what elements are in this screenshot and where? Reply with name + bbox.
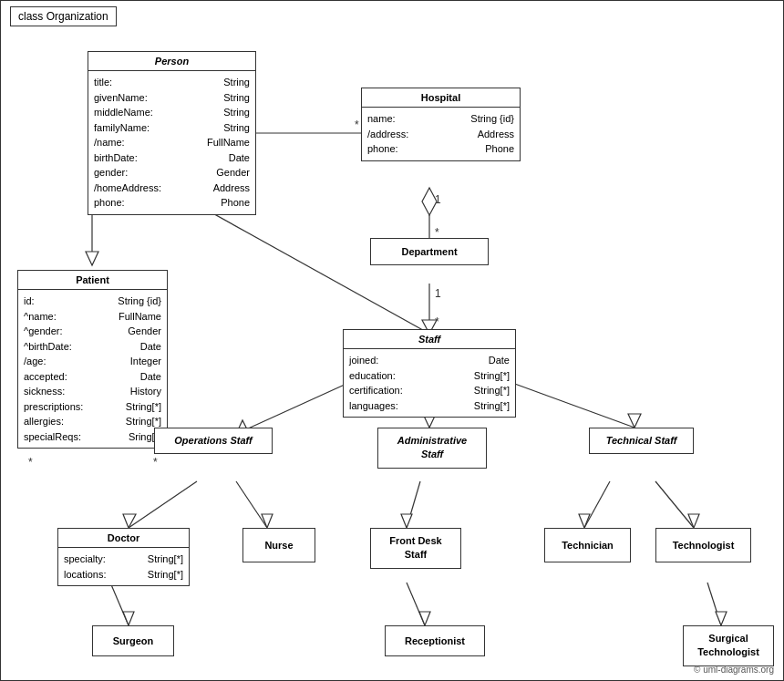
hospital-class: Hospital name:String {id} /address:Addre… — [361, 88, 521, 161]
svg-marker-33 — [688, 514, 699, 528]
hospital-class-name: Hospital — [362, 88, 520, 108]
patient-class-attrs: id:String {id} ^name:FullName ^gender:Ge… — [18, 290, 167, 448]
svg-line-36 — [407, 583, 425, 625]
surgical-technologist-class: Surgical Technologist — [683, 625, 774, 666]
svg-line-38 — [707, 583, 721, 625]
svg-line-28 — [407, 481, 420, 528]
technical-staff-class: Technical Staff — [589, 428, 694, 454]
hospital-class-attrs: name:String {id} /address:Address phone:… — [362, 108, 520, 160]
svg-marker-27 — [262, 514, 273, 528]
svg-marker-12 — [86, 252, 98, 265]
person-class-attrs: title:String givenName:String middleName… — [88, 71, 255, 214]
diagram-container: class Organization * * 1 * 1 * * * — [0, 0, 784, 681]
staff-class-name: Staff — [344, 330, 515, 349]
receptionist-class: Receptionist — [385, 625, 485, 656]
svg-marker-29 — [401, 514, 412, 528]
surgeon-class: Surgeon — [92, 625, 174, 656]
svg-text:*: * — [153, 456, 158, 469]
copyright-text: © uml-diagrams.org — [694, 665, 774, 675]
doctor-class-attrs: specialty:String[*] locations:String[*] — [58, 548, 189, 585]
svg-text:1: 1 — [435, 193, 441, 206]
svg-line-24 — [129, 481, 197, 528]
svg-line-18 — [236, 379, 356, 434]
svg-text:*: * — [435, 315, 439, 328]
svg-line-26 — [236, 481, 267, 528]
technologist-class: Technologist — [655, 528, 751, 562]
staff-class: Staff joined:Date education:String[*] ce… — [343, 329, 516, 418]
svg-marker-39 — [716, 612, 727, 625]
technician-class: Technician — [544, 528, 631, 562]
svg-marker-4 — [422, 188, 437, 215]
person-class: Person title:String givenName:String mid… — [88, 51, 256, 215]
operations-staff-class: Operations Staff — [154, 428, 273, 454]
svg-line-30 — [584, 481, 610, 528]
front-desk-staff-class: Front Desk Staff — [370, 528, 461, 569]
svg-line-13 — [183, 197, 429, 334]
svg-marker-25 — [123, 514, 136, 528]
department-class: Department — [370, 238, 489, 265]
staff-class-attrs: joined:Date education:String[*] certific… — [344, 349, 515, 417]
administrative-staff-class: Administrative Staff — [377, 428, 487, 469]
svg-text:*: * — [28, 456, 33, 469]
patient-class: Patient id:String {id} ^name:FullName ^g… — [17, 270, 168, 449]
svg-line-34 — [110, 583, 129, 625]
svg-marker-37 — [419, 612, 430, 625]
patient-class-name: Patient — [18, 271, 167, 290]
person-class-name: Person — [88, 52, 255, 71]
doctor-class: Doctor specialty:String[*] locations:Str… — [57, 528, 190, 586]
svg-line-32 — [655, 481, 694, 528]
doctor-class-name: Doctor — [58, 529, 189, 548]
svg-text:*: * — [435, 226, 439, 239]
department-class-name: Department — [377, 246, 482, 257]
svg-marker-23 — [628, 414, 641, 428]
svg-marker-31 — [579, 514, 590, 528]
svg-line-22 — [502, 379, 634, 428]
nurse-class: Nurse — [242, 528, 315, 562]
svg-text:1: 1 — [435, 287, 441, 300]
svg-text:*: * — [355, 119, 359, 131]
diagram-title: class Organization — [10, 6, 117, 26]
svg-marker-35 — [123, 612, 134, 625]
